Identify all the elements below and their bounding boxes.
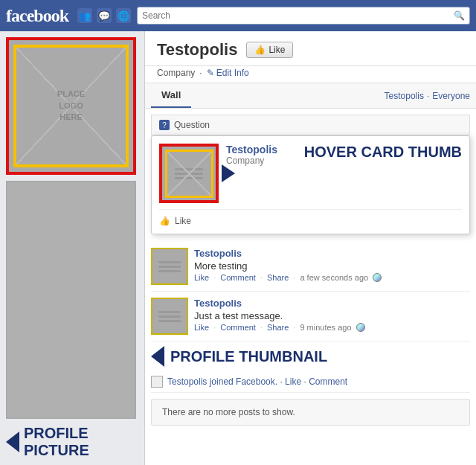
profile-thumb-arrow-icon bbox=[151, 346, 164, 367]
profile-thumbnail-box bbox=[6, 181, 136, 419]
hover-like-label[interactable]: Like bbox=[175, 216, 191, 226]
join-notice: Testopolis joined Facebook. · Like · Com… bbox=[151, 371, 470, 393]
thumbs-up-icon: 👍 bbox=[254, 45, 266, 55]
sidebar: PLACELOGOHERE PROFILE PICTURE bbox=[0, 31, 145, 465]
filter-testopolis-link[interactable]: Testopolis bbox=[385, 91, 424, 101]
post-author-2[interactable]: Testopolis bbox=[194, 298, 470, 309]
search-input[interactable] bbox=[142, 10, 454, 21]
dot-separator: · bbox=[199, 68, 202, 78]
place-logo-text: PLACELOGOHERE bbox=[57, 89, 85, 123]
join-comment-link[interactable]: Comment bbox=[309, 376, 347, 387]
hover-card-inner: Testopolis Company HOVER CARD THUMB bbox=[159, 144, 462, 203]
question-icon: ? bbox=[159, 120, 170, 130]
post-body-2: Testopolis Just a test message. Like · C… bbox=[194, 298, 470, 332]
post-share-1[interactable]: Share bbox=[267, 273, 289, 282]
friends-icon[interactable]: 👥 bbox=[77, 8, 92, 23]
profile-header: Testopolis 👍 Like bbox=[145, 31, 476, 66]
hover-card-label-text: HOVER CARD THUMB bbox=[304, 144, 462, 161]
post-time-2: 9 minutes ago bbox=[300, 323, 351, 332]
join-text: Testopolis joined Facebook. · Like · Com… bbox=[167, 376, 347, 387]
tabs-left: Wall bbox=[151, 83, 191, 108]
edit-info-link[interactable]: ✎ Edit Info bbox=[207, 68, 249, 78]
profile-thumbnail-label-text: PROFILE THUMBNAIL bbox=[170, 348, 327, 365]
post-comment-1[interactable]: Comment bbox=[220, 273, 256, 282]
profile-thumbnail-label: PROFILE THUMBNAIL bbox=[151, 346, 470, 367]
post-item-1: Testopolis More testing Like · Comment ·… bbox=[151, 242, 470, 292]
post-item-2: Testopolis Just a test message. Like · C… bbox=[151, 292, 470, 341]
join-profile-link[interactable]: Testopolis joined Facebook. bbox=[167, 376, 277, 387]
no-more-posts: There are no more posts to show. bbox=[151, 399, 470, 426]
question-label: Question bbox=[174, 120, 210, 130]
tab-wall[interactable]: Wall bbox=[151, 83, 191, 108]
globe-icon-1 bbox=[373, 273, 382, 282]
hover-label-area: HOVER CARD THUMB bbox=[304, 144, 462, 161]
arrow-icon bbox=[6, 432, 19, 452]
globe-icon-2 bbox=[356, 323, 365, 332]
post-thumb-1 bbox=[151, 248, 188, 285]
profile-picture-label-text: PROFILE PICTURE bbox=[24, 425, 138, 459]
post-lines-1 bbox=[156, 261, 184, 272]
post-comment-2[interactable]: Comment bbox=[220, 323, 256, 332]
tabs-bar: Wall Testopolis · Everyone bbox=[145, 83, 476, 109]
post-like-1[interactable]: Like bbox=[194, 273, 209, 282]
like-thumb-icon: 👍 bbox=[159, 216, 170, 226]
content-area: Testopolis 👍 Like Company · ✎ Edit Info … bbox=[145, 31, 476, 465]
globe-nav-icon[interactable]: 🌐 bbox=[116, 8, 131, 23]
wall-content: ? Question bbox=[145, 109, 476, 432]
hover-card-name: Testopolis bbox=[226, 144, 291, 155]
hover-card-thumb bbox=[159, 144, 219, 203]
post-lines-2 bbox=[156, 311, 184, 322]
tabs-right: Testopolis · Everyone bbox=[385, 91, 470, 101]
hover-card: Testopolis Company HOVER CARD THUMB 👍 Li… bbox=[151, 135, 470, 234]
post-actions-2: Like · Comment · Share · 9 minutes ago bbox=[194, 323, 470, 332]
post-time-1: a few seconds ago bbox=[300, 273, 368, 282]
post-actions-1: Like · Comment · Share · a few seconds a… bbox=[194, 273, 470, 282]
profile-picture-box: PLACELOGOHERE bbox=[6, 37, 136, 175]
navbar: facebook 👥 💬 🌐 🔍 bbox=[0, 0, 476, 31]
post-text-1: More testing bbox=[194, 260, 470, 272]
nav-icons: 👥 💬 🌐 bbox=[77, 8, 131, 23]
filter-everyone-link[interactable]: Everyone bbox=[432, 91, 470, 101]
search-button[interactable]: 🔍 bbox=[454, 10, 465, 21]
facebook-logo: facebook bbox=[6, 6, 68, 26]
post-like-2[interactable]: Like bbox=[194, 323, 209, 332]
post-author-1[interactable]: Testopolis bbox=[194, 248, 470, 259]
messages-icon[interactable]: 💬 bbox=[97, 8, 112, 23]
post-text-2: Just a test message. bbox=[194, 310, 470, 321]
post-share-2[interactable]: Share bbox=[267, 323, 289, 332]
hover-card-type: Company bbox=[226, 155, 291, 166]
main-layout: PLACELOGOHERE PROFILE PICTURE Testopolis… bbox=[0, 31, 476, 465]
post-thumb-2 bbox=[151, 298, 188, 335]
hover-arrow-icon bbox=[222, 164, 235, 182]
pencil-icon: ✎ bbox=[207, 68, 214, 78]
filter-separator: · bbox=[427, 91, 429, 101]
company-label: Company bbox=[157, 68, 195, 78]
post-body-1: Testopolis More testing Like · Comment ·… bbox=[194, 248, 470, 282]
question-box: ? Question bbox=[151, 115, 470, 135]
hover-thumb-inner bbox=[165, 150, 213, 198]
profile-name: Testopolis bbox=[157, 40, 237, 60]
hover-card-like-bar: 👍 Like bbox=[159, 209, 462, 226]
profile-picture-label: PROFILE PICTURE bbox=[6, 425, 138, 459]
search-bar: 🔍 bbox=[137, 7, 470, 25]
join-like-link[interactable]: Like bbox=[285, 376, 301, 387]
hover-placeholder-cross bbox=[167, 152, 211, 196]
hover-card-info: Testopolis Company bbox=[226, 144, 291, 166]
like-button[interactable]: 👍 Like bbox=[246, 42, 293, 58]
join-fb-icon bbox=[151, 376, 163, 388]
profile-picture-inner: PLACELOGOHERE bbox=[13, 45, 129, 167]
profile-sub: Company · ✎ Edit Info bbox=[145, 66, 476, 83]
